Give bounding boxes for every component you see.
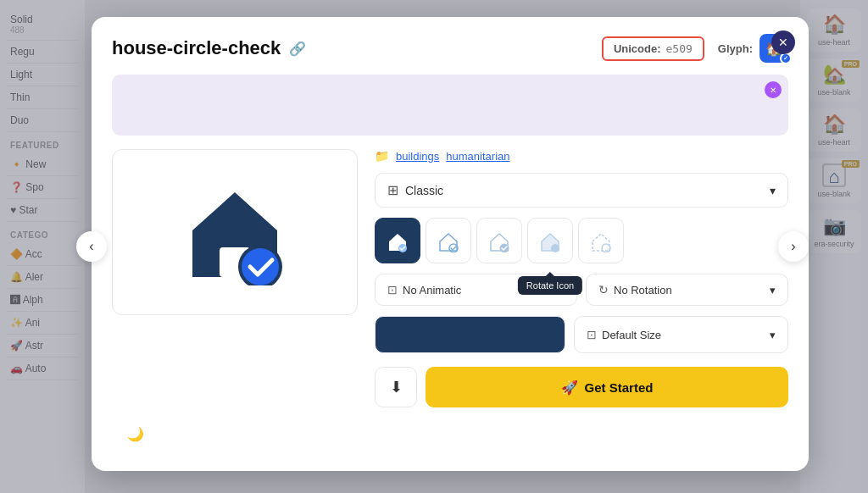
rocket-icon: 🚀 (561, 379, 578, 396)
variant-duotone1[interactable]: Rotate Icon (527, 218, 573, 263)
variant-outline[interactable] (476, 218, 522, 263)
variant-row: Rotate Icon (375, 218, 788, 263)
modal-close-button[interactable]: ✕ (771, 30, 795, 54)
rotate-icon-tooltip: Rotate Icon (518, 276, 582, 295)
promo-banner: ✕ (112, 75, 788, 136)
tag-buildings[interactable]: buildings (396, 150, 439, 163)
get-started-button[interactable]: 🚀 Get Started (426, 367, 788, 407)
header-right: Unicode: e509 Glyph: 🏠 ✓ (602, 34, 788, 63)
tags-row: 📁 buildings humanitarian (375, 149, 788, 163)
next-arrow[interactable]: › (778, 231, 809, 262)
svg-point-6 (551, 244, 559, 252)
title-group: house-circle-check 🔗 (112, 37, 306, 59)
preview-panel-wrapper: 🌙 (112, 149, 358, 454)
variant-outline-icon (487, 229, 511, 252)
modal-header: house-circle-check 🔗 Unicode: e509 Glyph… (112, 34, 788, 63)
icon-name-title: house-circle-check (112, 37, 281, 59)
prev-arrow[interactable]: ‹ (76, 231, 107, 262)
house-circle-check-svg (175, 167, 294, 285)
rotation-dropdown[interactable]: ↻ No Rotation ▾ (586, 274, 788, 306)
rotation-icon: ↻ (598, 283, 609, 296)
size-dropdown[interactable]: ⊡ Default Size ▾ (574, 316, 788, 353)
close-x-icon: ✕ (778, 36, 788, 49)
variant-light[interactable] (426, 218, 471, 263)
unicode-label: Unicode: (614, 42, 661, 55)
variant-light-icon (437, 229, 460, 252)
glyph-check-badge: ✓ (780, 53, 792, 64)
variant-solid[interactable] (375, 218, 420, 263)
download-button[interactable]: ⬇ (375, 367, 417, 407)
variant-duotone2-icon (589, 229, 613, 252)
moon-icon: 🌙 (127, 426, 144, 442)
style-chevron-icon: ▾ (770, 184, 776, 197)
variant-duotone2[interactable] (578, 218, 624, 263)
unicode-box: Unicode: e509 (602, 36, 704, 61)
rotation-chevron: ▾ (770, 284, 776, 296)
style-dropdown-icon: ⊞ (387, 182, 398, 198)
unicode-value: e509 (666, 42, 693, 55)
style-dropdown-left: ⊞ Classic (387, 182, 443, 198)
color-size-row: ⊡ Default Size ▾ (375, 316, 788, 353)
link-icon[interactable]: 🔗 (289, 41, 306, 57)
icon-preview-panel (112, 149, 358, 315)
style-dropdown[interactable]: ⊞ Classic ▾ (375, 173, 788, 208)
variant-solid-icon (386, 229, 409, 252)
banner-close-button[interactable]: ✕ (765, 81, 782, 98)
selected-style-label: Classic (405, 184, 443, 197)
modal-body: 🌙 📁 buildings humanitarian ⊞ Classic ▾ (112, 149, 788, 454)
tag-humanitarian[interactable]: humanitarian (446, 150, 509, 163)
rotation-dropdown-left: ↻ No Rotation (598, 283, 672, 296)
animation-dropdown-left: ⊡ No Animatic (387, 283, 461, 296)
folder-icon: 📁 (375, 149, 389, 163)
animation-label: No Animatic (403, 284, 461, 296)
get-started-label: Get Started (585, 380, 654, 395)
size-chevron: ▾ (770, 329, 776, 341)
preview-house-icon (175, 167, 294, 297)
action-row: ⬇ 🚀 Get Started (375, 367, 788, 407)
icon-detail-modal: ✕ house-circle-check 🔗 Unicode: e509 Gly… (92, 17, 809, 471)
size-label: Default Size (602, 329, 661, 341)
size-icon: ⊡ (587, 328, 597, 341)
size-dropdown-left: ⊡ Default Size (587, 328, 661, 341)
animation-icon: ⊡ (387, 283, 398, 296)
glyph-label: Glyph: (718, 42, 753, 55)
controls-panel: 📁 buildings humanitarian ⊞ Classic ▾ (375, 149, 788, 454)
variant-duotone1-icon (538, 229, 562, 252)
rotation-label: No Rotation (614, 284, 672, 296)
color-picker-button[interactable] (375, 316, 565, 353)
svg-point-2 (242, 248, 279, 285)
download-icon: ⬇ (390, 378, 403, 396)
